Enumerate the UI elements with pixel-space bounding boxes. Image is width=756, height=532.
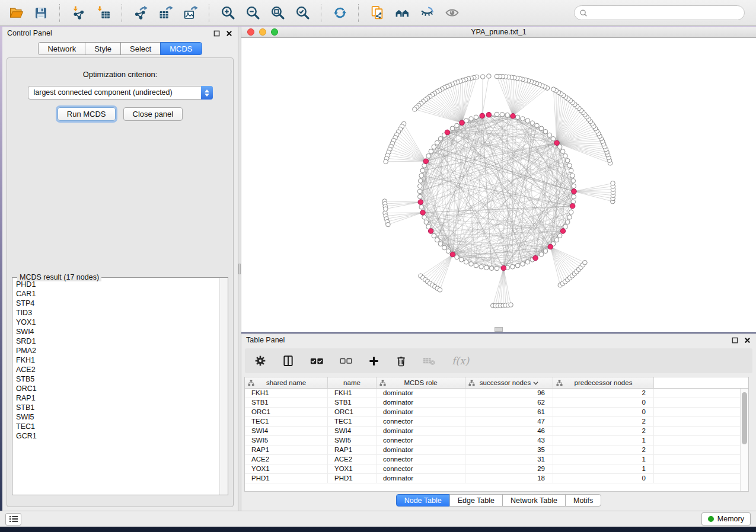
table-scrollbar-thumb[interactable]	[742, 392, 747, 444]
network-node[interactable]	[557, 145, 562, 149]
memory-button[interactable]: Memory	[701, 512, 751, 525]
mcds-result-item[interactable]: GCR1	[12, 431, 219, 441]
network-node[interactable]	[442, 245, 447, 250]
result-list-scrollbar[interactable]	[219, 278, 228, 495]
column-header-predecessor-nodes[interactable]: predecessor nodes	[553, 377, 654, 388]
table-row[interactable]: FKH1FKH1dominator962	[245, 389, 740, 398]
mcds-hub-node[interactable]	[533, 255, 538, 261]
network-node[interactable]	[469, 262, 474, 267]
mcds-result-item[interactable]: RAP1	[12, 393, 219, 403]
show-panels-menu-button[interactable]	[5, 513, 21, 525]
mcds-hub-node[interactable]	[554, 140, 560, 146]
network-node[interactable]	[420, 168, 425, 173]
open-file-button[interactable]	[7, 3, 25, 23]
network-node[interactable]	[474, 263, 479, 268]
network-node[interactable]	[505, 113, 510, 117]
network-node[interactable]	[474, 115, 479, 120]
settings-gear-button[interactable]	[254, 355, 266, 367]
network-node[interactable]	[571, 179, 576, 184]
network-node[interactable]	[525, 118, 530, 123]
network-overview-button[interactable]	[393, 3, 412, 23]
network-node[interactable]	[530, 121, 535, 126]
show-graphics-details-button[interactable]	[442, 3, 461, 23]
network-node[interactable]	[429, 149, 433, 154]
table-row[interactable]: RAP1RAP1dominator352	[245, 446, 740, 455]
network-node[interactable]	[418, 194, 423, 199]
zoom-out-button[interactable]	[243, 3, 262, 23]
table-row[interactable]: ACE2ACE2connector311	[245, 455, 740, 464]
mcds-hub-node[interactable]	[445, 130, 450, 135]
network-node[interactable]	[567, 164, 572, 168]
network-node[interactable]	[418, 184, 423, 188]
network-node[interactable]	[424, 220, 429, 225]
network-node[interactable]	[384, 207, 388, 211]
mcds-result-item[interactable]: FKH1	[12, 355, 219, 365]
column-layout-button[interactable]	[282, 355, 294, 367]
tab-edge-table[interactable]: Edge Table	[449, 494, 503, 507]
network-node[interactable]	[438, 288, 442, 293]
tab-style[interactable]: Style	[85, 42, 121, 55]
network-node[interactable]	[569, 210, 573, 214]
export-image-button[interactable]	[181, 3, 200, 23]
search-field[interactable]	[574, 5, 745, 20]
network-node[interactable]	[413, 107, 417, 112]
network-node[interactable]	[543, 249, 548, 254]
mcds-hub-node[interactable]	[460, 120, 465, 126]
mcds-result-item[interactable]: SRD1	[12, 336, 219, 346]
network-node[interactable]	[560, 149, 565, 154]
mcds-result-item[interactable]: STB1	[12, 403, 219, 412]
mcds-result-item[interactable]: STB5	[12, 374, 219, 384]
import-network-button[interactable]	[69, 3, 88, 23]
network-node[interactable]	[543, 129, 548, 134]
mcds-result-item[interactable]: ACE2	[12, 365, 219, 374]
mcds-result-item[interactable]: CAR1	[12, 289, 219, 299]
table-scrollbar[interactable]	[740, 389, 748, 491]
table-row[interactable]: STB1STB1dominator620	[245, 398, 740, 408]
network-node[interactable]	[417, 189, 422, 194]
network-node[interactable]	[583, 260, 588, 265]
network-graph[interactable]	[241, 38, 755, 332]
column-header-name[interactable]: name	[328, 377, 377, 388]
network-node[interactable]	[557, 233, 562, 238]
mcds-result-item[interactable]: ORC1	[12, 384, 219, 393]
mcds-result-item[interactable]: PMA2	[12, 346, 219, 355]
network-node[interactable]	[515, 263, 520, 268]
table-row[interactable]: YOX1YOX1connector291	[245, 464, 740, 474]
mcds-hub-node[interactable]	[548, 244, 553, 249]
mcds-result-item[interactable]: PHD1	[12, 280, 219, 289]
network-titlebar[interactable]: YPA_prune.txt_1	[241, 27, 756, 38]
network-node[interactable]	[438, 137, 443, 142]
network-node[interactable]	[611, 181, 615, 186]
network-node[interactable]	[565, 220, 570, 225]
network-node[interactable]	[479, 265, 484, 270]
mcds-hub-node[interactable]	[560, 229, 566, 234]
network-node[interactable]	[521, 117, 525, 121]
network-node[interactable]	[525, 259, 530, 264]
network-node[interactable]	[511, 265, 515, 270]
mcds-hub-node[interactable]	[511, 114, 516, 119]
mcds-hub-node[interactable]	[486, 112, 492, 117]
column-header-successor-nodes[interactable]: successor nodes	[465, 377, 553, 388]
table-row[interactable]: TEC1TEC1connector472	[245, 417, 740, 427]
network-node[interactable]	[419, 174, 424, 178]
network-node[interactable]	[563, 153, 568, 158]
tab-node-table[interactable]: Node Table	[396, 494, 450, 507]
hide-graphics-details-button[interactable]	[417, 3, 436, 23]
network-node[interactable]	[435, 238, 439, 242]
table-row[interactable]: PHD1PHD1dominator180	[245, 474, 740, 483]
network-node[interactable]	[570, 174, 575, 178]
mcds-hub-node[interactable]	[423, 159, 429, 164]
mcds-result-item[interactable]: TID3	[12, 308, 219, 318]
network-node[interactable]	[438, 242, 443, 246]
network-node[interactable]	[554, 238, 559, 242]
network-node[interactable]	[422, 215, 427, 220]
delete-table-button[interactable]	[423, 356, 436, 366]
network-node[interactable]	[464, 259, 468, 264]
tab-mcds[interactable]: MCDS	[160, 42, 202, 55]
tab-network-table[interactable]: Network Table	[502, 494, 566, 507]
network-node[interactable]	[435, 140, 439, 145]
network-node[interactable]	[500, 113, 505, 117]
mcds-result-item[interactable]: SWI5	[12, 412, 219, 422]
zoom-in-button[interactable]	[218, 3, 237, 23]
select-all-rows-button[interactable]	[310, 357, 324, 366]
